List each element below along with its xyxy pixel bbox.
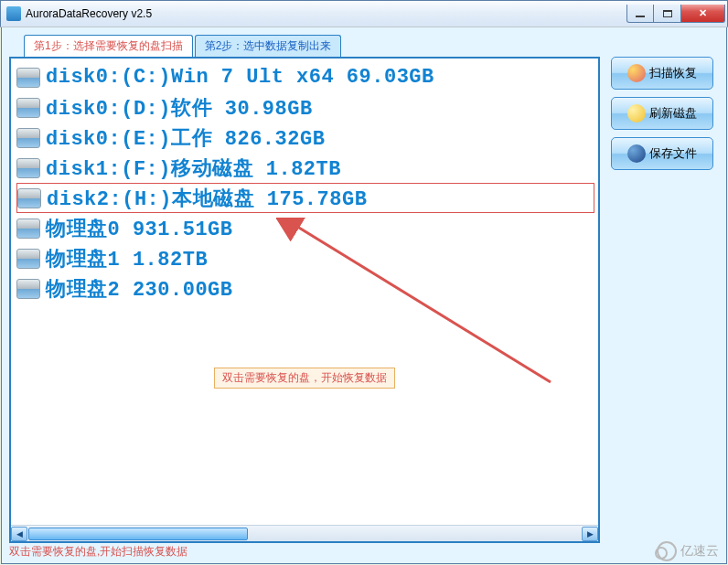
button-label: 刷新磁盘 bbox=[649, 105, 697, 122]
disk-label: disk0:(E:)工作 826.32GB bbox=[46, 124, 325, 152]
disk-label: 物理盘0 931.51GB bbox=[46, 215, 233, 242]
disk-label: disk1:(F:)移动磁盘 1.82TB bbox=[46, 155, 341, 182]
refresh-icon bbox=[627, 104, 646, 123]
disk-item-selected[interactable]: disk2:(H:)本地磁盘 175.78GB bbox=[16, 183, 594, 213]
status-bar-text: 双击需要恢复的盘,开始扫描恢复数据 bbox=[9, 544, 187, 560]
disk-item[interactable]: disk0:(C:)Win 7 Ult x64 69.03GB bbox=[16, 62, 594, 92]
disk-icon bbox=[16, 98, 40, 118]
magnifier-icon bbox=[627, 64, 646, 82]
disk-label: disk0:(C:)Win 7 Ult x64 69.03GB bbox=[46, 66, 434, 89]
disk-label: 物理盘2 230.00GB bbox=[46, 275, 233, 303]
scroll-left-button[interactable]: ◀ bbox=[11, 527, 27, 541]
disk-icon bbox=[16, 249, 40, 269]
watermark-text: 亿速云 bbox=[680, 543, 719, 560]
disk-icon bbox=[16, 219, 40, 239]
disk-icon bbox=[16, 158, 40, 178]
disk-icon bbox=[17, 188, 41, 208]
title-bar: AuroraDataRecovery v2.5 ✕ bbox=[0, 0, 728, 27]
disk-panel: disk0:(C:)Win 7 Ult x64 69.03GB disk0:(D… bbox=[9, 57, 600, 543]
disk-icon bbox=[16, 128, 40, 148]
watermark-icon bbox=[657, 541, 677, 561]
save-icon bbox=[627, 144, 646, 163]
maximize-button[interactable] bbox=[654, 5, 681, 23]
disk-label: disk2:(H:)本地磁盘 175.78GB bbox=[47, 185, 367, 212]
tab-step2[interactable]: 第2步：选中数据复制出来 bbox=[195, 35, 342, 57]
disk-label: disk0:(D:)软件 30.98GB bbox=[46, 94, 313, 122]
save-files-button[interactable]: 保存文件 bbox=[611, 137, 713, 170]
work-area: disk0:(C:)Win 7 Ult x64 69.03GB disk0:(D… bbox=[9, 57, 719, 543]
disk-item[interactable]: disk0:(D:)软件 30.98GB bbox=[16, 92, 594, 123]
app-icon bbox=[6, 6, 21, 21]
disk-item[interactable]: disk1:(F:)移动磁盘 1.82TB bbox=[16, 153, 594, 183]
disk-icon bbox=[16, 279, 40, 299]
minimize-button[interactable] bbox=[626, 5, 654, 23]
hint-box: 双击需要恢复的盘，开始恢复数据 bbox=[214, 368, 395, 389]
disk-item[interactable]: 物理盘2 230.00GB bbox=[16, 273, 594, 304]
scan-recover-button[interactable]: 扫描恢复 bbox=[611, 57, 713, 90]
disk-label: 物理盘1 1.82TB bbox=[46, 245, 208, 272]
scroll-thumb[interactable] bbox=[28, 528, 248, 540]
step-tabs: 第1步：选择需要恢复的盘扫描 第2步：选中数据复制出来 bbox=[24, 35, 719, 57]
button-label: 扫描恢复 bbox=[649, 65, 697, 81]
horizontal-scrollbar[interactable]: ◀ ▶ bbox=[11, 525, 598, 541]
scroll-right-button[interactable]: ▶ bbox=[582, 527, 598, 541]
disk-item[interactable]: disk0:(E:)工作 826.32GB bbox=[16, 123, 594, 153]
refresh-disks-button[interactable]: 刷新磁盘 bbox=[611, 97, 713, 130]
side-buttons: 扫描恢复 刷新磁盘 保存文件 bbox=[611, 57, 713, 543]
scroll-track[interactable] bbox=[27, 527, 582, 541]
tab-step1[interactable]: 第1步：选择需要恢复的盘扫描 bbox=[24, 35, 193, 57]
disk-item[interactable]: 物理盘1 1.82TB bbox=[16, 243, 594, 273]
window-body: 第1步：选择需要恢复的盘扫描 第2步：选中数据复制出来 disk0:(C:)Wi… bbox=[1, 27, 727, 564]
window-title: AuroraDataRecovery v2.5 bbox=[26, 7, 626, 20]
disk-item[interactable]: 物理盘0 931.51GB bbox=[16, 213, 594, 243]
watermark: 亿速云 bbox=[657, 541, 719, 561]
close-button[interactable]: ✕ bbox=[681, 5, 725, 23]
button-label: 保存文件 bbox=[649, 145, 697, 162]
disk-icon bbox=[16, 68, 40, 88]
window-controls: ✕ bbox=[626, 5, 725, 23]
disk-list: disk0:(C:)Win 7 Ult x64 69.03GB disk0:(D… bbox=[11, 59, 598, 304]
